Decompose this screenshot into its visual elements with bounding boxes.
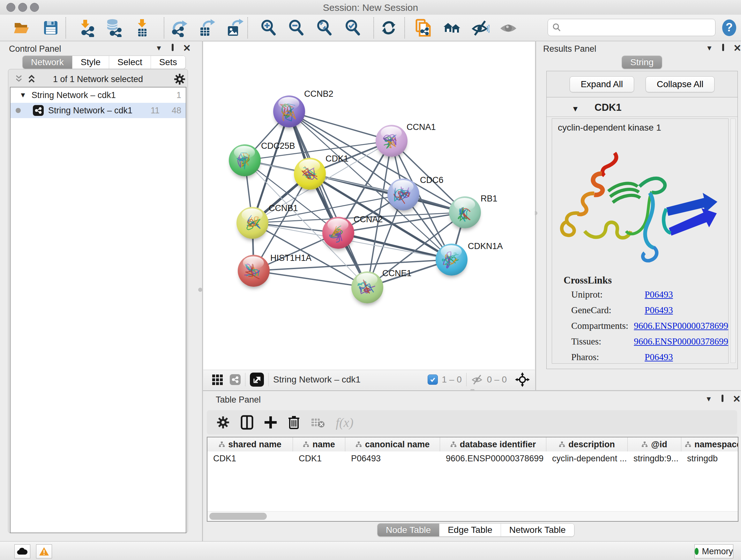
network-canvas[interactable]: CCNB2CCNA1CDC25BCDK1CDC6RB1CCNB1CCNA2CDK…: [203, 42, 535, 370]
node-ccnb2[interactable]: [273, 96, 305, 127]
crosslink-link[interactable]: P06493: [645, 305, 673, 315]
node-cdc6[interactable]: [387, 179, 419, 210]
grid-mode-icon[interactable]: [212, 374, 223, 385]
crosslink-link[interactable]: P06493: [645, 289, 673, 300]
node-ccnb1[interactable]: [237, 207, 268, 239]
tab-sets[interactable]: Sets: [151, 56, 185, 69]
import-network-from-database-icon[interactable]: [105, 18, 123, 37]
duplicate-network-icon[interactable]: [414, 18, 433, 37]
control-panel-close-icon[interactable]: ✕: [183, 43, 191, 54]
column-header-canonicalname[interactable]: canonical name: [345, 437, 440, 451]
column-header-sharedname[interactable]: shared name: [207, 437, 293, 451]
toolbar-separator: [374, 17, 374, 38]
node-label-rb1: RB1: [481, 194, 497, 204]
expand-all-button[interactable]: Expand All: [569, 76, 634, 92]
export-image-icon[interactable]: [225, 18, 244, 37]
crosslink-label: Pharos:: [571, 352, 645, 362]
column-header-namespace[interactable]: namespace: [681, 437, 738, 451]
results-panel-close-icon[interactable]: ✕: [733, 43, 741, 54]
tab-select[interactable]: Select: [109, 56, 151, 69]
save-session-icon[interactable]: [42, 18, 60, 37]
column-header-id[interactable]: @id: [628, 437, 681, 451]
horizontal-scrollbar[interactable]: [207, 511, 738, 521]
delete-column-icon[interactable]: [288, 415, 300, 430]
tab-style[interactable]: Style: [72, 56, 109, 69]
node-table[interactable]: shared namenamecanonical namedatabase id…: [207, 437, 738, 522]
results-scrollbar[interactable]: [731, 118, 736, 363]
tab-edge-table[interactable]: Edge Table: [440, 523, 501, 537]
tab-string[interactable]: String: [622, 56, 662, 69]
function-builder-icon[interactable]: f(x): [336, 415, 354, 430]
search-input[interactable]: [561, 22, 711, 33]
tab-network[interactable]: Network: [23, 56, 72, 69]
selected-count-checkbox[interactable]: [428, 374, 438, 385]
network-node-count: 11: [151, 106, 159, 116]
scrollbar-thumb[interactable]: [209, 513, 267, 520]
table-panel-close-icon[interactable]: ✕: [733, 393, 741, 405]
node-ccna2[interactable]: [322, 217, 354, 249]
network-collection-row[interactable]: ▼ String Network – cdk1 1: [10, 87, 186, 103]
help-icon[interactable]: ?: [720, 18, 738, 37]
crosslink-link[interactable]: 9606.ENSP00000378699: [634, 320, 728, 331]
node-cdk1[interactable]: [294, 158, 326, 190]
network-row-selected[interactable]: String Network – cdk1 11 48: [10, 103, 186, 118]
zoom-selected-icon[interactable]: [344, 18, 362, 37]
node-cdc25b[interactable]: [229, 144, 261, 176]
zoom-out-icon[interactable]: [287, 18, 306, 37]
node-ccna1[interactable]: [376, 125, 408, 157]
column-header-description[interactable]: description: [546, 437, 628, 451]
node-rb1[interactable]: [449, 196, 481, 228]
gene-expand-icon[interactable]: ▼: [571, 105, 579, 113]
gene-detail-card: cyclin-dependent kinase 1 CrossLinks Uni…: [552, 118, 729, 364]
node-hist1h1a[interactable]: [238, 255, 270, 287]
zoom-in-icon[interactable]: [259, 18, 278, 37]
fit-content-crosshair-icon[interactable]: [515, 372, 530, 387]
first-neighbors-icon[interactable]: [443, 18, 461, 37]
warning-icon: [39, 547, 49, 556]
refresh-icon[interactable]: [380, 18, 398, 37]
window-title: Session: New Session: [0, 2, 741, 13]
show-all-icon[interactable]: [499, 18, 518, 37]
create-column-icon[interactable]: [264, 415, 277, 430]
search-field[interactable]: [548, 19, 716, 36]
results-panel-float-icon[interactable]: [722, 45, 724, 51]
control-panel-float-icon[interactable]: [172, 45, 174, 51]
memory-button[interactable]: Memory: [694, 544, 733, 558]
control-panel-menu-icon[interactable]: ▼: [155, 44, 162, 52]
crosslink-link[interactable]: 9606.ENSP00000378699: [634, 336, 728, 347]
birdseye-view-icon[interactable]: [250, 373, 264, 387]
show-columns-icon[interactable]: [241, 415, 253, 430]
delete-table-icon[interactable]: [311, 417, 325, 428]
import-network-icon[interactable]: [77, 18, 96, 37]
node-ccne1[interactable]: [351, 271, 383, 303]
table-panel-float-icon[interactable]: [722, 395, 724, 401]
hidden-count: 0 – 0: [487, 374, 507, 385]
hidden-count-icon[interactable]: [471, 374, 484, 385]
column-header-name[interactable]: name: [293, 437, 345, 451]
export-table-icon[interactable]: [197, 18, 216, 37]
memory-label: Memory: [702, 547, 733, 557]
zoom-fit-icon[interactable]: [315, 18, 334, 37]
cloud-status-button[interactable]: [14, 544, 30, 558]
warning-status-button[interactable]: [36, 544, 52, 558]
tab-network-table[interactable]: Network Table: [501, 523, 574, 537]
node-cdkn1a[interactable]: [435, 244, 468, 275]
gear-icon[interactable]: [174, 73, 186, 85]
table-panel-menu-icon[interactable]: ▼: [705, 395, 712, 403]
export-network-icon[interactable]: [170, 18, 188, 37]
hide-selected-icon[interactable]: [471, 18, 489, 37]
open-file-icon[interactable]: [12, 18, 31, 37]
collapse-all-button[interactable]: Collapse All: [646, 76, 715, 92]
network-view-title: String Network – cdk1: [273, 374, 360, 385]
edge-ccne1-hist1h1a[interactable]: [254, 271, 367, 287]
import-table-icon[interactable]: [133, 18, 151, 37]
table-cell: 9606.ENSP00000378699: [440, 451, 546, 465]
table-settings-gear-icon[interactable]: [216, 416, 230, 429]
crosslink-link[interactable]: P06493: [645, 352, 673, 362]
column-header-databaseidentifier[interactable]: database identifier: [440, 437, 546, 451]
table-row[interactable]: CDK1CDK1P064939606.ENSP00000378699cyclin…: [207, 451, 738, 465]
network-share-icon[interactable]: [230, 374, 241, 385]
tab-node-table[interactable]: Node Table: [378, 523, 440, 537]
results-panel-menu-icon[interactable]: ▼: [706, 44, 713, 52]
collection-expand-icon[interactable]: ▼: [19, 91, 26, 99]
